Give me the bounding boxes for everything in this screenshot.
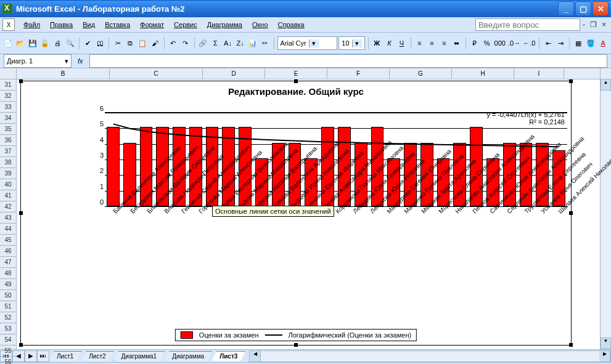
ask-question-input[interactable]	[475, 18, 580, 31]
redo-icon[interactable]: ↷	[179, 36, 191, 51]
comma-icon[interactable]: 000	[494, 36, 506, 51]
row-header[interactable]: 41	[0, 190, 16, 201]
row-header[interactable]: 54	[0, 334, 16, 346]
sheet-tab[interactable]: Лист3	[211, 351, 245, 361]
row-header[interactable]: 39	[0, 168, 16, 179]
permission-icon[interactable]: 🔓	[39, 36, 51, 51]
row-header[interactable]: 31	[0, 79, 16, 91]
row-header[interactable]: 49	[0, 279, 16, 290]
chart-title[interactable]: Редактирование. Общий курс	[21, 81, 571, 97]
grid-body[interactable]: Редактирование. Общий курс 0123456 y = -…	[17, 79, 600, 349]
chart-wizard-icon[interactable]: 📊	[247, 36, 258, 51]
fill-color-icon[interactable]: 🪣	[585, 36, 596, 51]
minimize-button[interactable]: _	[558, 1, 574, 16]
row-header[interactable]: 38	[0, 157, 16, 168]
align-center-icon[interactable]: ≡	[426, 36, 437, 51]
research-icon[interactable]: 🕮	[94, 36, 105, 51]
bold-icon[interactable]: Ж	[371, 36, 382, 51]
italic-icon[interactable]: К	[383, 36, 395, 51]
sheet-tab[interactable]: Лист1	[49, 351, 81, 361]
column-header[interactable]: I	[514, 68, 564, 79]
currency-icon[interactable]: ₽	[469, 36, 480, 51]
copy-icon[interactable]: ⧉	[125, 36, 136, 51]
row-header[interactable]: 52	[0, 312, 16, 323]
row-header[interactable]: 42	[0, 201, 16, 212]
scroll-left-button[interactable]: ◀	[250, 351, 261, 362]
menu-format[interactable]: Формат	[135, 20, 169, 30]
column-header[interactable]: D	[203, 68, 265, 79]
sort-asc-icon[interactable]: A↓	[222, 36, 233, 51]
menu-service[interactable]: Сервис	[169, 20, 202, 30]
tab-next-button[interactable]: ▶	[25, 350, 37, 362]
merge-center-icon[interactable]: ⬌	[451, 36, 462, 51]
row-header[interactable]: 47	[0, 257, 16, 268]
sheet-tab[interactable]: Диаграмма1	[113, 351, 165, 361]
chart-legend[interactable]: Оценки за экзамен Логарифмический (Оценк…	[175, 329, 417, 341]
vertical-scrollbar[interactable]: ▲ ▼	[600, 68, 611, 349]
doc-restore-button[interactable]: ❐	[588, 20, 599, 29]
row-header[interactable]: 33	[0, 102, 16, 113]
row-header[interactable]: 34	[0, 113, 16, 124]
font-color-icon[interactable]: A	[597, 36, 609, 51]
row-header[interactable]: 37	[0, 146, 16, 157]
column-header[interactable]: G	[390, 68, 452, 79]
menu-insert[interactable]: Вставка	[100, 20, 135, 30]
fx-icon[interactable]: fx	[72, 57, 89, 65]
row-header[interactable]: 35	[0, 124, 16, 135]
autosum-icon[interactable]: Σ	[210, 36, 221, 51]
tab-last-button[interactable]: ⏭	[37, 350, 49, 362]
column-header[interactable]: F	[327, 68, 390, 79]
menu-help[interactable]: Справка	[273, 20, 310, 30]
drawing-icon[interactable]: ✏	[260, 36, 271, 51]
underline-icon[interactable]: Ч	[396, 36, 407, 51]
row-header[interactable]: 45	[0, 235, 16, 246]
column-header[interactable]: C	[110, 68, 203, 79]
document-control-icon[interactable]: X	[2, 18, 15, 31]
align-left-icon[interactable]: ≡	[414, 36, 425, 51]
font-size-combo[interactable]: 10▾	[338, 36, 364, 50]
cut-icon[interactable]: ✂	[112, 36, 123, 51]
doc-minimize-button[interactable]: -	[580, 20, 588, 29]
decrease-decimal-icon[interactable]: ←.0	[522, 36, 536, 51]
doc-close-button[interactable]: ×	[599, 20, 609, 29]
menu-view[interactable]: Вид	[78, 20, 100, 30]
menu-file[interactable]: Файл	[18, 20, 45, 30]
sheet-tab[interactable]: Диаграмма	[164, 351, 212, 361]
row-header[interactable]: 36	[0, 135, 16, 146]
increase-decimal-icon[interactable]: .0→	[507, 36, 521, 51]
hyperlink-icon[interactable]: 🔗	[197, 36, 208, 51]
row-header[interactable]: 51	[0, 301, 16, 312]
row-header[interactable]: 56	[0, 357, 16, 364]
maximize-button[interactable]: ▢	[575, 1, 591, 16]
format-painter-icon[interactable]: 🖌	[150, 36, 161, 51]
paste-icon[interactable]: 📋	[137, 36, 148, 51]
align-right-icon[interactable]: ≡	[438, 36, 449, 51]
name-box[interactable]: Диагр. 1▾	[4, 54, 72, 68]
font-name-combo[interactable]: Arial Cyr▾	[277, 36, 338, 50]
decrease-indent-icon[interactable]: ⇤	[543, 36, 554, 51]
menu-window[interactable]: Окно	[247, 20, 273, 30]
percent-icon[interactable]: %	[482, 36, 493, 51]
sort-desc-icon[interactable]: Z↓	[235, 36, 246, 51]
scroll-right-button[interactable]: ▶	[599, 351, 610, 362]
borders-icon[interactable]: ▦	[573, 36, 584, 51]
row-header[interactable]: 40	[0, 179, 16, 190]
print-icon[interactable]: 🖨	[52, 36, 63, 51]
print-preview-icon[interactable]: 🔍	[64, 36, 75, 51]
save-icon[interactable]: 💾	[27, 36, 38, 51]
spelling-icon[interactable]: ✔	[82, 36, 93, 51]
row-header[interactable]: 46	[0, 246, 16, 257]
formula-input[interactable]	[89, 54, 607, 68]
horizontal-scrollbar[interactable]: ◀ ▶	[249, 350, 611, 362]
column-header[interactable]: H	[452, 68, 514, 79]
column-header[interactable]: E	[265, 68, 327, 79]
column-header[interactable]: B	[17, 68, 110, 79]
open-icon[interactable]: 📂	[15, 36, 26, 51]
row-header[interactable]: 43	[0, 212, 16, 224]
row-header[interactable]: 48	[0, 268, 16, 279]
scroll-up-button[interactable]: ▲	[601, 79, 611, 91]
row-header[interactable]: 32	[0, 91, 16, 102]
new-icon[interactable]: 📄	[2, 36, 14, 51]
row-header[interactable]: 55	[0, 346, 16, 357]
scroll-down-button[interactable]: ▼	[601, 338, 611, 349]
